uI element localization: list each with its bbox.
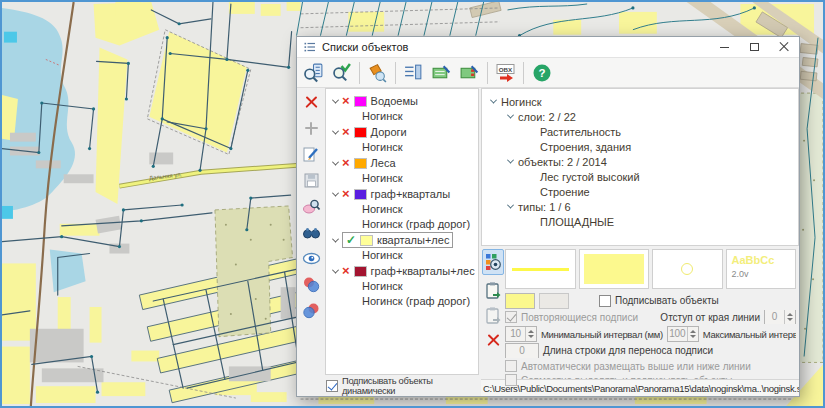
chevron-down-icon[interactable]: [507, 157, 514, 164]
list-item-map[interactable]: Ногинск: [326, 171, 478, 186]
hidden-x-icon[interactable]: ×: [342, 158, 350, 168]
list-item-map[interactable]: Ногинск: [326, 279, 478, 294]
label-objects-label: Подписывать объекты: [615, 295, 719, 306]
tree-node[interactable]: Ногинск: [484, 94, 796, 109]
chevron-down-icon[interactable]: [332, 158, 339, 165]
list-item[interactable]: × Дороги: [326, 124, 478, 140]
line-sample[interactable]: [505, 249, 576, 289]
edit-icon: [302, 145, 320, 163]
object-list-button[interactable]: [400, 60, 427, 86]
dialog-title: Списки объектов: [322, 41, 408, 53]
chevron-down-icon[interactable]: [490, 97, 497, 104]
tree-leaf[interactable]: ПЛОЩАДНЫЕ: [484, 214, 796, 229]
clear-x-icon: [487, 334, 500, 347]
chevron-down-icon[interactable]: [332, 266, 339, 273]
repeating-labels-label: Повторяющиеся подписи: [521, 312, 638, 323]
list-color-swatch: [354, 127, 367, 138]
list-item-label: Водоемы: [371, 95, 418, 107]
tree-leaf[interactable]: Строение: [484, 184, 796, 199]
help-button[interactable]: ?: [528, 60, 555, 86]
point-sample[interactable]: [652, 249, 723, 289]
options-main: AaBbCc 2.0v Подписывать объекты: [505, 249, 799, 379]
dynamic-labels-row: Подписывать объекты динамически: [325, 375, 479, 396]
dialog-titlebar[interactable]: Списки объектов: [297, 37, 799, 58]
add-list-button[interactable]: [301, 119, 321, 137]
list-item-map[interactable]: Ногинск: [326, 202, 478, 217]
map-compose-button[interactable]: [428, 60, 455, 86]
tree-leaf-label: Растительность: [540, 126, 621, 138]
area-sample[interactable]: [579, 249, 650, 289]
delete-list-button[interactable]: [301, 93, 321, 111]
chevron-down-icon[interactable]: [507, 112, 514, 119]
show-objects-button[interactable]: [301, 249, 321, 267]
chevron-down-icon[interactable]: [507, 202, 514, 209]
find-objects-button[interactable]: [301, 223, 321, 241]
dynamic-labels-checkbox[interactable]: [326, 380, 338, 392]
list-item-map[interactable]: Ногинск: [326, 109, 478, 124]
label-color-empty-swatch[interactable]: [539, 293, 569, 309]
text-sample[interactable]: AaBbCc 2.0v: [726, 249, 797, 289]
visible-check-icon[interactable]: ✓: [346, 235, 356, 245]
tree-leaf-label: ПЛОЩАДНЫЕ: [540, 216, 614, 228]
hidden-x-icon[interactable]: ×: [342, 96, 350, 106]
clipboard-export-icon: [484, 306, 502, 325]
list-item-map[interactable]: Ногинск (граф дорог): [326, 294, 478, 309]
interval-row: 10 Минимальный интервал (мм) 100 Максима…: [505, 326, 796, 342]
add-icon: [305, 122, 318, 135]
composition-tree: Ногинск слои: 2 / 22 Растительность Стро…: [481, 88, 799, 246]
overlay-mode-button[interactable]: [301, 275, 321, 293]
chevron-down-icon[interactable]: [332, 127, 339, 134]
tree-leaf[interactable]: Лес густой высокий: [484, 169, 796, 184]
list-item-label: кварталы+лес: [377, 234, 449, 246]
tree-node[interactable]: слои: 2 / 22: [484, 109, 796, 124]
highlight-icon: [302, 197, 321, 216]
label-color-swatch[interactable]: [505, 293, 535, 309]
tree-node[interactable]: объекты: 2 / 2014: [484, 154, 796, 169]
search-selected-button[interactable]: [328, 60, 355, 86]
maximize-button[interactable]: [739, 37, 769, 57]
list-item[interactable]: × Леса: [326, 155, 478, 171]
copy-style-button[interactable]: [483, 280, 503, 300]
list-item-selected[interactable]: ✓ кварталы+лес: [326, 232, 478, 248]
map-compose-select-button[interactable]: [456, 60, 483, 86]
style-samples: AaBbCc 2.0v: [505, 249, 796, 289]
chevron-down-icon[interactable]: [332, 189, 339, 196]
svg-text:OBX: OBX: [498, 65, 512, 72]
search-in-list-button[interactable]: [300, 60, 327, 86]
close-button[interactable]: [769, 37, 799, 57]
hidden-x-icon[interactable]: ×: [342, 189, 350, 199]
list-item[interactable]: × граф+кварталы: [326, 186, 478, 202]
save-icon: [303, 172, 320, 189]
tree-leaf[interactable]: Растительность: [484, 124, 796, 139]
export-obx-button[interactable]: OBX: [492, 60, 519, 86]
tree-leaf-label: Строение: [540, 186, 590, 198]
hidden-x-icon[interactable]: ×: [342, 266, 350, 276]
label-objects-checkbox[interactable]: [599, 295, 611, 307]
legend-view-button[interactable]: [482, 249, 504, 275]
dialog-toolbar: OBX ?: [297, 58, 799, 88]
list-color-swatch: [354, 96, 367, 107]
overlay-mode-alt-button[interactable]: [301, 301, 321, 319]
minimize-button[interactable]: [709, 37, 739, 57]
line-sample-swatch: [512, 268, 569, 271]
list-item-map[interactable]: Ногинск: [326, 140, 478, 155]
list-item-map[interactable]: Ногинск: [326, 248, 478, 263]
tree-leaf[interactable]: Строения, здания: [484, 139, 796, 154]
list-item-label: граф+кварталы+лес: [371, 265, 475, 277]
selected-item-box[interactable]: ✓ кварталы+лес: [342, 232, 453, 248]
edit-list-button[interactable]: [301, 145, 321, 163]
overlay-circles-icon: [302, 275, 321, 294]
chevron-down-icon[interactable]: [332, 96, 339, 103]
list-item[interactable]: × Водоемы: [326, 93, 478, 109]
highlight-objects-button[interactable]: [301, 197, 321, 215]
binoculars-icon: [302, 223, 321, 242]
list-item-map[interactable]: Ногинск (граф дорог): [326, 217, 478, 232]
clear-labels-button[interactable]: [483, 330, 503, 350]
search-check-icon: [331, 62, 352, 83]
repeating-labels-checkbox: [505, 311, 517, 323]
hidden-x-icon[interactable]: ×: [342, 127, 350, 137]
flashlight-button[interactable]: [364, 60, 391, 86]
tree-node[interactable]: типы: 1 / 6: [484, 199, 796, 214]
list-item[interactable]: × граф+кварталы+лес: [326, 263, 478, 279]
chevron-down-icon[interactable]: [332, 235, 339, 242]
